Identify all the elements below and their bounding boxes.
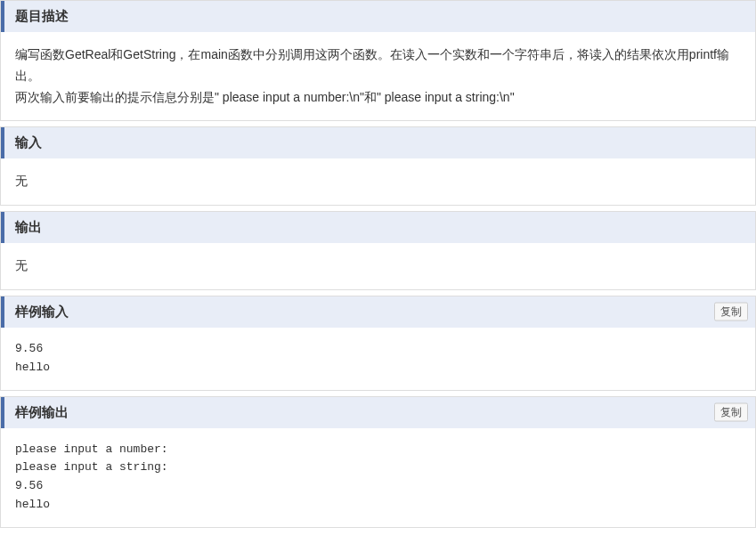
section-body-sample-output: please input a number: please input a st… xyxy=(1,428,755,527)
section-title-output: 输出 xyxy=(15,219,42,234)
section-body-description: 编写函数GetReal和GetString，在main函数中分别调用这两个函数。… xyxy=(1,32,755,120)
output-content: 无 xyxy=(15,256,741,277)
section-title-sample-input: 样例输入 xyxy=(15,304,69,319)
section-header-sample-input: 样例输入 复制 xyxy=(1,296,755,328)
section-title-description: 题目描述 xyxy=(15,8,69,23)
section-body-output: 无 xyxy=(1,243,755,289)
sample-output-content: please input a number: please input a st… xyxy=(15,441,741,515)
section-header-input: 输入 xyxy=(1,127,755,158)
description-line2: 两次输入前要输出的提示信息分别是" please input a number:… xyxy=(15,87,741,109)
section-header-output: 输出 xyxy=(1,212,755,243)
section-sample-input: 样例输入 复制 9.56 hello xyxy=(0,296,756,391)
input-content: 无 xyxy=(15,171,741,192)
section-input: 输入 无 xyxy=(0,126,756,206)
section-sample-output: 样例输出 复制 please input a number: please in… xyxy=(0,396,756,528)
section-header-description: 题目描述 xyxy=(1,1,755,32)
section-description: 题目描述 编写函数GetReal和GetString，在main函数中分别调用这… xyxy=(0,0,756,121)
copy-button[interactable]: 复制 xyxy=(714,303,748,321)
description-line1: 编写函数GetReal和GetString，在main函数中分别调用这两个函数。… xyxy=(15,45,741,87)
section-body-sample-input: 9.56 hello xyxy=(1,328,755,390)
section-header-sample-output: 样例输出 复制 xyxy=(1,397,755,428)
section-output: 输出 无 xyxy=(0,211,756,290)
copy-button[interactable]: 复制 xyxy=(714,403,748,422)
section-title-input: 输入 xyxy=(15,134,42,150)
section-title-sample-output: 样例输出 xyxy=(15,404,69,419)
sample-input-content: 9.56 hello xyxy=(15,340,741,377)
section-body-input: 无 xyxy=(1,158,755,205)
